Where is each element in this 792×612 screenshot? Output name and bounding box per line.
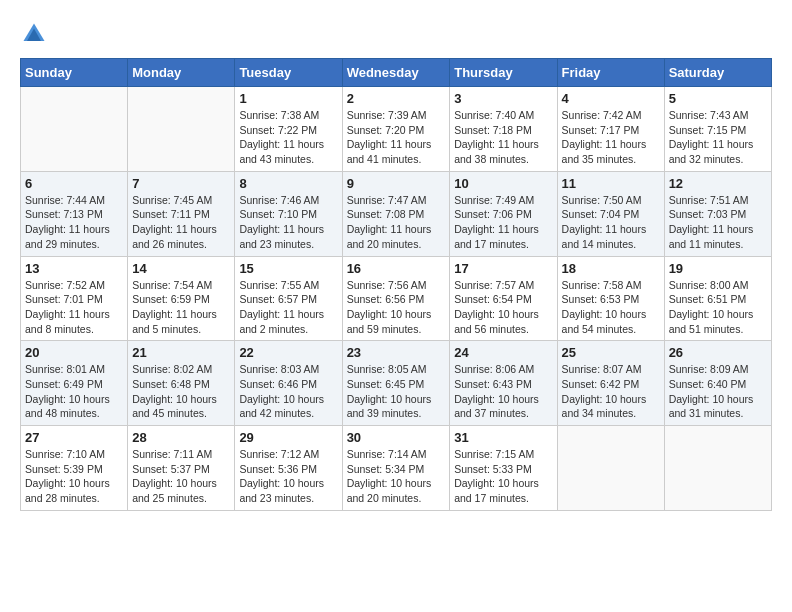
day-info: Sunrise: 7:51 AM Sunset: 7:03 PM Dayligh… [669,193,767,252]
calendar-cell [664,426,771,511]
calendar-cell: 27Sunrise: 7:10 AM Sunset: 5:39 PM Dayli… [21,426,128,511]
day-number: 9 [347,176,446,191]
header-cell-wednesday: Wednesday [342,59,450,87]
day-info: Sunrise: 8:02 AM Sunset: 6:48 PM Dayligh… [132,362,230,421]
calendar-cell: 7Sunrise: 7:45 AM Sunset: 7:11 PM Daylig… [128,171,235,256]
logo [20,20,52,48]
day-number: 15 [239,261,337,276]
calendar-cell: 15Sunrise: 7:55 AM Sunset: 6:57 PM Dayli… [235,256,342,341]
day-info: Sunrise: 7:45 AM Sunset: 7:11 PM Dayligh… [132,193,230,252]
day-info: Sunrise: 7:52 AM Sunset: 7:01 PM Dayligh… [25,278,123,337]
day-info: Sunrise: 7:40 AM Sunset: 7:18 PM Dayligh… [454,108,552,167]
calendar-cell: 17Sunrise: 7:57 AM Sunset: 6:54 PM Dayli… [450,256,557,341]
calendar-cell: 5Sunrise: 7:43 AM Sunset: 7:15 PM Daylig… [664,87,771,172]
header-cell-sunday: Sunday [21,59,128,87]
day-info: Sunrise: 8:07 AM Sunset: 6:42 PM Dayligh… [562,362,660,421]
day-info: Sunrise: 8:01 AM Sunset: 6:49 PM Dayligh… [25,362,123,421]
calendar-cell: 21Sunrise: 8:02 AM Sunset: 6:48 PM Dayli… [128,341,235,426]
day-info: Sunrise: 7:49 AM Sunset: 7:06 PM Dayligh… [454,193,552,252]
calendar-cell: 12Sunrise: 7:51 AM Sunset: 7:03 PM Dayli… [664,171,771,256]
calendar-cell: 4Sunrise: 7:42 AM Sunset: 7:17 PM Daylig… [557,87,664,172]
day-number: 16 [347,261,446,276]
calendar-cell: 24Sunrise: 8:06 AM Sunset: 6:43 PM Dayli… [450,341,557,426]
day-number: 3 [454,91,552,106]
day-info: Sunrise: 7:39 AM Sunset: 7:20 PM Dayligh… [347,108,446,167]
calendar-cell: 11Sunrise: 7:50 AM Sunset: 7:04 PM Dayli… [557,171,664,256]
calendar-cell: 25Sunrise: 8:07 AM Sunset: 6:42 PM Dayli… [557,341,664,426]
day-number: 31 [454,430,552,445]
day-number: 28 [132,430,230,445]
calendar-cell: 9Sunrise: 7:47 AM Sunset: 7:08 PM Daylig… [342,171,450,256]
day-number: 30 [347,430,446,445]
day-info: Sunrise: 7:42 AM Sunset: 7:17 PM Dayligh… [562,108,660,167]
day-info: Sunrise: 7:56 AM Sunset: 6:56 PM Dayligh… [347,278,446,337]
day-info: Sunrise: 7:55 AM Sunset: 6:57 PM Dayligh… [239,278,337,337]
week-row-1: 1Sunrise: 7:38 AM Sunset: 7:22 PM Daylig… [21,87,772,172]
day-info: Sunrise: 8:06 AM Sunset: 6:43 PM Dayligh… [454,362,552,421]
calendar-cell: 28Sunrise: 7:11 AM Sunset: 5:37 PM Dayli… [128,426,235,511]
day-info: Sunrise: 7:12 AM Sunset: 5:36 PM Dayligh… [239,447,337,506]
week-row-3: 13Sunrise: 7:52 AM Sunset: 7:01 PM Dayli… [21,256,772,341]
calendar-cell: 1Sunrise: 7:38 AM Sunset: 7:22 PM Daylig… [235,87,342,172]
day-number: 2 [347,91,446,106]
day-info: Sunrise: 7:11 AM Sunset: 5:37 PM Dayligh… [132,447,230,506]
day-info: Sunrise: 8:05 AM Sunset: 6:45 PM Dayligh… [347,362,446,421]
day-number: 17 [454,261,552,276]
day-info: Sunrise: 7:50 AM Sunset: 7:04 PM Dayligh… [562,193,660,252]
calendar-cell: 30Sunrise: 7:14 AM Sunset: 5:34 PM Dayli… [342,426,450,511]
day-number: 4 [562,91,660,106]
day-number: 24 [454,345,552,360]
day-number: 10 [454,176,552,191]
day-number: 18 [562,261,660,276]
calendar-cell: 19Sunrise: 8:00 AM Sunset: 6:51 PM Dayli… [664,256,771,341]
day-number: 8 [239,176,337,191]
calendar-cell: 16Sunrise: 7:56 AM Sunset: 6:56 PM Dayli… [342,256,450,341]
calendar-cell: 8Sunrise: 7:46 AM Sunset: 7:10 PM Daylig… [235,171,342,256]
day-number: 23 [347,345,446,360]
day-info: Sunrise: 8:03 AM Sunset: 6:46 PM Dayligh… [239,362,337,421]
header-cell-tuesday: Tuesday [235,59,342,87]
day-number: 21 [132,345,230,360]
day-number: 12 [669,176,767,191]
day-number: 5 [669,91,767,106]
day-info: Sunrise: 7:54 AM Sunset: 6:59 PM Dayligh… [132,278,230,337]
day-info: Sunrise: 7:14 AM Sunset: 5:34 PM Dayligh… [347,447,446,506]
day-number: 27 [25,430,123,445]
day-info: Sunrise: 7:47 AM Sunset: 7:08 PM Dayligh… [347,193,446,252]
day-number: 14 [132,261,230,276]
day-info: Sunrise: 7:43 AM Sunset: 7:15 PM Dayligh… [669,108,767,167]
calendar-cell: 14Sunrise: 7:54 AM Sunset: 6:59 PM Dayli… [128,256,235,341]
day-number: 26 [669,345,767,360]
day-number: 22 [239,345,337,360]
calendar-cell: 29Sunrise: 7:12 AM Sunset: 5:36 PM Dayli… [235,426,342,511]
calendar-cell: 23Sunrise: 8:05 AM Sunset: 6:45 PM Dayli… [342,341,450,426]
day-info: Sunrise: 7:57 AM Sunset: 6:54 PM Dayligh… [454,278,552,337]
day-info: Sunrise: 7:44 AM Sunset: 7:13 PM Dayligh… [25,193,123,252]
calendar-table: SundayMondayTuesdayWednesdayThursdayFrid… [20,58,772,511]
calendar-cell: 2Sunrise: 7:39 AM Sunset: 7:20 PM Daylig… [342,87,450,172]
week-row-4: 20Sunrise: 8:01 AM Sunset: 6:49 PM Dayli… [21,341,772,426]
calendar-cell: 31Sunrise: 7:15 AM Sunset: 5:33 PM Dayli… [450,426,557,511]
calendar-cell: 6Sunrise: 7:44 AM Sunset: 7:13 PM Daylig… [21,171,128,256]
day-info: Sunrise: 7:38 AM Sunset: 7:22 PM Dayligh… [239,108,337,167]
header-cell-saturday: Saturday [664,59,771,87]
day-info: Sunrise: 8:00 AM Sunset: 6:51 PM Dayligh… [669,278,767,337]
day-number: 11 [562,176,660,191]
header-cell-monday: Monday [128,59,235,87]
day-number: 13 [25,261,123,276]
calendar-cell [557,426,664,511]
day-number: 29 [239,430,337,445]
day-info: Sunrise: 7:10 AM Sunset: 5:39 PM Dayligh… [25,447,123,506]
logo-icon [20,20,48,48]
day-number: 1 [239,91,337,106]
calendar-cell: 3Sunrise: 7:40 AM Sunset: 7:18 PM Daylig… [450,87,557,172]
day-info: Sunrise: 8:09 AM Sunset: 6:40 PM Dayligh… [669,362,767,421]
calendar-cell [128,87,235,172]
calendar-cell: 26Sunrise: 8:09 AM Sunset: 6:40 PM Dayli… [664,341,771,426]
calendar-cell: 18Sunrise: 7:58 AM Sunset: 6:53 PM Dayli… [557,256,664,341]
day-info: Sunrise: 7:58 AM Sunset: 6:53 PM Dayligh… [562,278,660,337]
day-number: 20 [25,345,123,360]
day-number: 6 [25,176,123,191]
calendar-cell: 22Sunrise: 8:03 AM Sunset: 6:46 PM Dayli… [235,341,342,426]
calendar-cell [21,87,128,172]
